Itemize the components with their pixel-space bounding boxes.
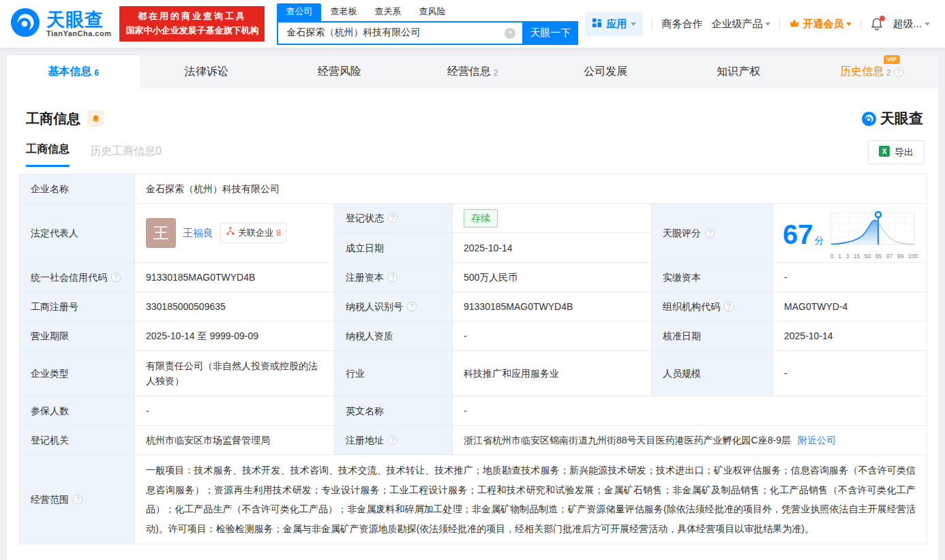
label-text: 纳税人识别号 bbox=[346, 299, 403, 314]
subscribe-bell-icon[interactable] bbox=[87, 110, 104, 127]
vip-label: 开通会员 bbox=[802, 18, 843, 31]
promo-line1: 都在用的商业查询工具 bbox=[125, 10, 258, 24]
divider bbox=[652, 19, 652, 29]
legal-rep-cell: 王 王福良 关联企业 8 bbox=[135, 204, 335, 263]
english-name-value: - bbox=[453, 396, 927, 426]
divider bbox=[860, 19, 861, 29]
business-scope-value: 一般项目：技术服务、技术开发、技术咨询、技术交流、技术转让、技术推广；地质勘查技… bbox=[135, 455, 927, 544]
chevron-down-icon bbox=[925, 22, 930, 29]
search-button[interactable]: 天眼一下 bbox=[522, 21, 578, 45]
credit-code-value: 91330185MAG0TWYD4B bbox=[135, 263, 335, 292]
company-type-value: 有限责任公司（非自然人投资或控股的法人独资） bbox=[135, 351, 335, 396]
promo-banner: 都在用的商业查询工具 国家中小企业发展子基金旗下机构 bbox=[119, 6, 265, 42]
logo-swirl-icon bbox=[10, 7, 41, 41]
help-icon[interactable]: ? bbox=[894, 67, 903, 77]
help-icon[interactable]: ? bbox=[407, 302, 417, 311]
english-name-label: 英文名称 bbox=[335, 396, 453, 426]
chevron-down-icon bbox=[631, 22, 636, 29]
nav-enterprise-label: 企业级产品 bbox=[711, 18, 762, 31]
help-icon[interactable]: ? bbox=[705, 228, 715, 238]
search-input[interactable] bbox=[277, 21, 522, 45]
reg-authority-label: 登记机关 bbox=[20, 426, 135, 455]
tab-count: 2 bbox=[886, 68, 891, 78]
tab-label: 公司发展 bbox=[584, 65, 627, 79]
tab-legal-litigation[interactable]: 法律诉讼 bbox=[140, 55, 273, 89]
approval-date-value: 2025-10-14 bbox=[773, 322, 927, 351]
tab-operation-info[interactable]: 经营信息 2 bbox=[406, 55, 539, 89]
label-text: 注册资本 bbox=[346, 270, 384, 285]
chevron-down-icon bbox=[846, 22, 852, 29]
help-icon[interactable]: ? bbox=[388, 435, 397, 445]
tab-operation-risk[interactable]: 经营风险 bbox=[273, 55, 406, 89]
tab-history-info[interactable]: 历史信息 VIP 2 ? bbox=[805, 55, 938, 89]
label-text: 天眼评分 bbox=[663, 225, 701, 240]
search-tab-risk[interactable]: 查风险 bbox=[410, 3, 454, 21]
table-row: 工商注册号 330185000509635 纳税人识别号 ? 91330185M… bbox=[20, 292, 927, 322]
vip-badge: VIP bbox=[884, 55, 901, 64]
apps-menu[interactable]: 应用 bbox=[585, 12, 643, 36]
help-icon[interactable]: ? bbox=[388, 213, 397, 223]
paid-capital-label: 实缴资本 bbox=[652, 263, 773, 292]
subtab-history-business-info[interactable]: 历史工商信息0 bbox=[90, 144, 162, 167]
score-cell[interactable]: 67分 bbox=[773, 204, 927, 263]
promo-line2: 国家中小企业发展子基金旗下机构 bbox=[125, 24, 258, 38]
subtab-business-info[interactable]: 工商信息 bbox=[26, 142, 70, 167]
notification-bell-icon[interactable] bbox=[870, 17, 884, 31]
business-info-table: 企业名称 金石探索（杭州）科技有限公司 法定代表人 王 王福良 bbox=[19, 174, 927, 544]
org-code-value: MAG0TWYD-4 bbox=[773, 292, 927, 322]
related-companies-label: 关联企业 bbox=[238, 225, 273, 240]
industry-label: 行业 bbox=[335, 351, 453, 396]
reg-number-value: 330185000509635 bbox=[135, 292, 335, 322]
org-network-icon bbox=[226, 225, 235, 240]
tab-label: 经营风险 bbox=[318, 65, 361, 79]
score-label: 天眼评分 ? bbox=[652, 204, 773, 263]
business-term-label: 营业期限 bbox=[20, 322, 135, 351]
score-value: 67 bbox=[783, 219, 813, 249]
company-name-value: 金石探索（杭州）科技有限公司 bbox=[135, 174, 927, 204]
clear-search-icon[interactable]: × bbox=[505, 28, 515, 39]
logo-domain: TianYanCha.com bbox=[46, 29, 111, 37]
taxpayer-id-value: 91330185MAG0TWYD4B bbox=[453, 292, 652, 322]
org-code-label: 组织机构代码 ? bbox=[652, 292, 773, 322]
avatar[interactable]: 王 bbox=[146, 218, 176, 248]
label-text: 统一社会信用代码 bbox=[31, 270, 107, 285]
nav-cooperation[interactable]: 商务合作 bbox=[661, 18, 702, 31]
insured-count-value: - bbox=[135, 396, 335, 426]
tab-basic-info[interactable]: 基本信息 6 bbox=[7, 55, 140, 89]
help-icon[interactable]: ? bbox=[724, 302, 734, 311]
nav-super-vip[interactable]: 超级... bbox=[892, 18, 930, 31]
nav-enterprise-products[interactable]: 企业级产品 bbox=[711, 18, 770, 31]
tab-intellectual-property[interactable]: 知识产权 bbox=[672, 55, 805, 89]
business-scope-label: 经营范围 ? bbox=[20, 455, 135, 544]
export-button[interactable]: X 导出 bbox=[868, 140, 925, 164]
related-companies-badge[interactable]: 关联企业 8 bbox=[220, 223, 286, 243]
legal-rep-name-link[interactable]: 王福良 bbox=[183, 225, 213, 240]
taxpayer-quality-value: - bbox=[453, 322, 652, 351]
search-tab-relation[interactable]: 查关系 bbox=[365, 3, 410, 21]
tianyancha-logo[interactable]: 天眼查 TianYanCha.com bbox=[10, 7, 111, 41]
main-content: 基本信息 6 法律诉讼 经营风险 经营信息 2 公司发展 知识产权 历史信息 V… bbox=[7, 55, 938, 560]
reg-address-value: 浙江省杭州市临安区锦南街道九州街88号天目医药港医药产业孵化园C座8-9层 bbox=[464, 433, 791, 448]
divider bbox=[779, 19, 780, 29]
top-header: 天眼查 TianYanCha.com 都在用的商业查询工具 国家中小企业发展子基… bbox=[0, 0, 945, 48]
chevron-down-icon bbox=[765, 22, 770, 29]
label-text: 组织机构代码 bbox=[663, 299, 720, 314]
nav-open-vip[interactable]: 开通会员 bbox=[789, 18, 852, 31]
svg-text:X: X bbox=[882, 148, 887, 155]
reg-status-cell: 存续 bbox=[453, 204, 652, 233]
help-icon[interactable]: ? bbox=[388, 273, 397, 282]
help-icon[interactable]: ? bbox=[111, 273, 121, 282]
subtab-row: 工商信息 历史工商信息0 X 导出 bbox=[7, 128, 938, 167]
tab-label: 经营信息 bbox=[447, 65, 491, 79]
nearby-companies-link[interactable]: 附近公司 bbox=[798, 433, 836, 448]
reg-address-label: 注册地址 ? bbox=[335, 426, 453, 455]
help-icon[interactable]: ? bbox=[73, 495, 82, 504]
insured-count-label: 参保人数 bbox=[20, 396, 135, 426]
search-tab-boss[interactable]: 查老板 bbox=[321, 3, 365, 21]
search-tab-company[interactable]: 查公司 bbox=[277, 3, 321, 21]
table-row: 企业类型 有限责任公司（非自然人投资或控股的法人独资） 行业 科技推广和应用服务… bbox=[20, 351, 927, 396]
crown-icon bbox=[789, 18, 800, 30]
tab-company-development[interactable]: 公司发展 bbox=[539, 55, 672, 89]
score-unit: 分 bbox=[815, 235, 824, 246]
export-label: 导出 bbox=[895, 146, 914, 159]
